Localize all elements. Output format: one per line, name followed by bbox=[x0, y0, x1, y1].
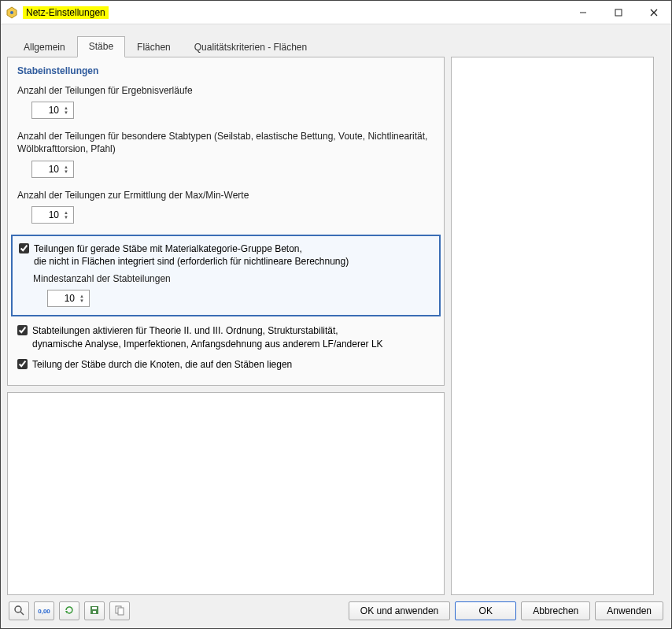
cancel-button[interactable]: Abbrechen bbox=[521, 601, 590, 620]
floppy-icon bbox=[89, 605, 100, 618]
svg-rect-13 bbox=[118, 608, 124, 615]
tab-flaechen[interactable]: Flächen bbox=[125, 37, 183, 57]
label-teilungen-stabtypen: Anzahl der Teilungen für besondere Stabt… bbox=[17, 130, 434, 155]
spinner-arrows-icon[interactable]: ▲▼ bbox=[79, 294, 84, 303]
copy-icon bbox=[114, 605, 125, 618]
spinner-value: 10 bbox=[32, 209, 64, 220]
units-icon: 0,00 bbox=[38, 608, 50, 615]
label-teilung-knoten: Teilung der Stäbe durch die Knoten, die … bbox=[32, 358, 292, 371]
checkbox-teilungen-theorie[interactable] bbox=[17, 325, 28, 335]
footer-bar: 0,00 OK und anwenden OK Abbrechen Anwend… bbox=[7, 595, 665, 622]
minimize-button[interactable] bbox=[565, 1, 600, 24]
copy-settings-button[interactable] bbox=[109, 601, 130, 620]
tab-bar: Allgemein Stäbe Flächen Qualitätskriteri… bbox=[7, 31, 665, 57]
spinner-value: 10 bbox=[48, 293, 79, 304]
maximize-button[interactable] bbox=[600, 1, 636, 24]
highlighted-option-box: Teilungen für gerade Stäbe mit Materialk… bbox=[11, 235, 441, 317]
spinner-arrows-icon[interactable]: ▲▼ bbox=[64, 210, 68, 220]
spinner-arrows-icon[interactable]: ▲▼ bbox=[64, 165, 68, 174]
label-teilungen-maxmin: Anzahl der Teilungen zur Ermittlung der … bbox=[17, 189, 434, 202]
spinner-value: 10 bbox=[32, 105, 64, 116]
side-panel bbox=[451, 57, 654, 595]
client-area: Allgemein Stäbe Flächen Qualitätskriteri… bbox=[1, 24, 671, 628]
apply-button[interactable]: Anwenden bbox=[595, 601, 663, 620]
help-button[interactable] bbox=[9, 601, 29, 620]
tab-staebe[interactable]: Stäbe bbox=[77, 36, 125, 57]
side-empty-panel bbox=[451, 57, 654, 595]
units-button[interactable]: 0,00 bbox=[34, 601, 54, 620]
title-bar: Netz-Einstellungen bbox=[1, 1, 671, 24]
svg-point-1 bbox=[10, 11, 13, 14]
main-panel: Stabeinstellungen Anzahl der Teilungen f… bbox=[7, 57, 445, 595]
section-title: Stabeinstellungen bbox=[17, 65, 434, 76]
svg-rect-3 bbox=[615, 9, 622, 16]
spinner-teilungen-stabtypen[interactable]: 10 ▲▼ bbox=[31, 161, 74, 178]
checkbox-teilung-knoten[interactable] bbox=[17, 359, 28, 369]
close-button[interactable] bbox=[636, 1, 671, 24]
magnifier-icon bbox=[13, 605, 24, 618]
spinner-teilungen-ergebnis[interactable]: 10 ▲▼ bbox=[31, 102, 74, 119]
label-teilungen-beton: Teilungen für gerade Stäbe mit Materialk… bbox=[34, 242, 349, 268]
svg-rect-11 bbox=[93, 611, 96, 613]
stabeinstellungen-section: Stabeinstellungen Anzahl der Teilungen f… bbox=[7, 57, 445, 386]
app-icon bbox=[6, 6, 18, 19]
label-mindestanzahl: Mindestanzahl der Stabteilungen bbox=[33, 272, 433, 285]
save-settings-button[interactable] bbox=[84, 601, 105, 620]
lower-empty-panel bbox=[7, 392, 445, 595]
refresh-button[interactable] bbox=[59, 601, 79, 620]
spinner-value: 10 bbox=[32, 164, 64, 175]
window-title: Netz-Einstellungen bbox=[23, 6, 109, 19]
spinner-mindestanzahl[interactable]: 10 ▲▼ bbox=[47, 290, 90, 307]
spinner-teilungen-maxmin[interactable]: 10 ▲▼ bbox=[31, 206, 74, 224]
label-teilungen-theorie: Stabteilungen aktivieren für Theorie II.… bbox=[32, 324, 383, 350]
ok-and-apply-button[interactable]: OK und anwenden bbox=[349, 601, 450, 620]
refresh-icon bbox=[64, 605, 75, 618]
svg-line-7 bbox=[20, 612, 24, 615]
svg-point-6 bbox=[15, 606, 21, 612]
tab-qualitaetskriterien[interactable]: Qualitätskriterien - Flächen bbox=[183, 37, 319, 57]
spinner-arrows-icon[interactable]: ▲▼ bbox=[64, 105, 68, 115]
checkbox-teilungen-beton[interactable] bbox=[19, 243, 29, 253]
label-teilungen-ergebnis: Anzahl der Teilungen für Ergebnisverläuf… bbox=[17, 84, 434, 97]
ok-button[interactable]: OK bbox=[455, 601, 516, 620]
tab-allgemein[interactable]: Allgemein bbox=[12, 37, 77, 57]
svg-rect-10 bbox=[92, 607, 97, 609]
